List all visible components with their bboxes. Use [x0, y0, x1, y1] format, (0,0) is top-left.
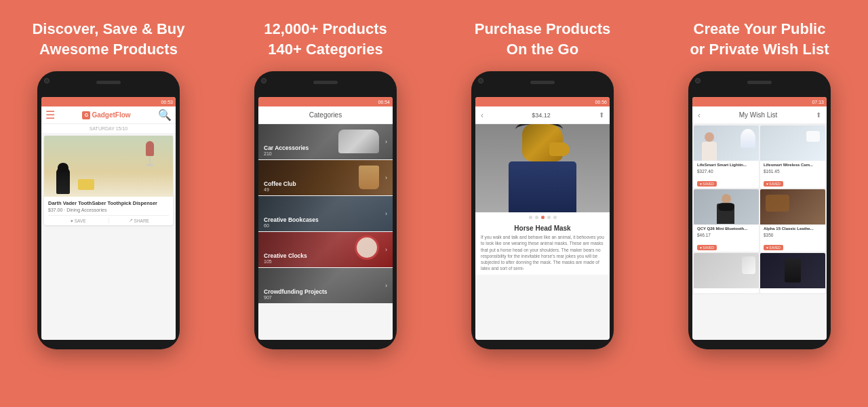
cat-car-arrow: ›	[385, 138, 387, 145]
share-icon[interactable]: ⬆	[599, 111, 604, 119]
phone2-status-bar: 06:54	[258, 97, 393, 106]
cat-bookcases-arrow: ›	[385, 210, 387, 217]
wish-price-1: $327.40	[697, 169, 755, 174]
dark-object-decoration	[785, 258, 801, 282]
saved-badge-4: ♥ SAVED	[764, 245, 783, 250]
wish-img-5	[694, 253, 759, 288]
back-icon-4[interactable]: ‹	[698, 111, 701, 120]
wish-price-4: $350	[764, 233, 822, 237]
wish-item-5[interactable]	[694, 253, 759, 293]
wishlist-title: My Wish List	[739, 111, 778, 119]
lighting-decoration	[741, 129, 755, 148]
heart-icon: ♥	[71, 218, 73, 223]
horse-mask-figure	[509, 124, 576, 212]
phone1-status-bar: 06:53	[41, 97, 176, 106]
phone-2: 06:54 Categories Car Accessories 210 › C…	[254, 71, 397, 349]
filter-icon[interactable]: ☰	[45, 109, 55, 121]
wishlist-grid: LifeSmart Smart Lightin... $327.40 ♥ SAV…	[692, 124, 827, 294]
phone3-status-bar: 06:56	[475, 97, 610, 106]
cat-clocks-count: 105	[264, 259, 307, 264]
share-icon: ↗	[129, 218, 133, 223]
wish-img-6	[760, 253, 825, 288]
phone2-screen: 06:54 Categories Car Accessories 210 › C…	[258, 97, 393, 340]
cat-car-count: 210	[264, 151, 309, 156]
wish-info-5	[694, 288, 759, 293]
horse-head	[522, 124, 563, 161]
wish-info-6	[760, 288, 825, 293]
wish-info-4: Alpha 15 Classic Leathe... $350	[760, 225, 825, 239]
dot-4	[547, 216, 551, 219]
cat-car-name: Car Accessories	[264, 144, 309, 151]
category-coffee-club[interactable]: Coffee Club 49 ›	[258, 160, 393, 195]
search-icon[interactable]: 🔍	[158, 109, 172, 121]
phone-1: 06:53 ☰ G GadgetFlow 🔍 SATURDAY 15/10	[37, 71, 180, 349]
column-purchase: Purchase Products On the Go 06:56 ‹ $34.…	[434, 0, 651, 407]
saved-badge-2: ♥ SAVED	[764, 181, 783, 187]
phone4-header: ‹ My Wish List ⬆	[692, 106, 827, 124]
category-crowdfunding[interactable]: Crowdfunding Projects 907 ›	[258, 268, 393, 303]
gadgetflow-logo-text: GadgetFlow	[92, 111, 130, 119]
wish-item-3[interactable]: QCY Q26 Mini Bluetooth... $46.17 ♥ SAVED	[694, 189, 759, 252]
column-wishlist: Create Your Public or Private Wish List …	[651, 0, 868, 407]
wish-name-2: Lifesmart Wireless Cam...	[764, 163, 822, 168]
dot-3-active	[541, 216, 545, 219]
category-car-accessories[interactable]: Car Accessories 210 ›	[258, 124, 393, 159]
column-discover: Discover, Save & Buy Awesome Products 06…	[0, 0, 217, 407]
wish-name-1: LifeSmart Smart Lightin...	[697, 163, 755, 168]
back-icon[interactable]: ‹	[481, 111, 484, 120]
jacket-body	[509, 161, 576, 212]
col4-heading-line1: Create Your Public	[690, 19, 829, 39]
darth-head	[58, 163, 68, 172]
cat-coffee-name: Coffee Club	[264, 180, 296, 187]
cat-crowd-count: 907	[264, 295, 328, 300]
col3-heading-line2: On the Go	[475, 39, 611, 60]
phone1-card-body: Darth Vader ToothSaber Toothpick Dispens…	[44, 197, 173, 225]
phone1-date: SATURDAY 15/10	[41, 124, 176, 133]
phone4-time: 07:13	[812, 100, 824, 104]
wish-item-4[interactable]: Alpha 15 Classic Leathe... $350 ♥ SAVED	[760, 189, 825, 252]
person-silhouette-1	[701, 132, 717, 161]
cat-crowd-name: Crowdfunding Projects	[264, 288, 328, 295]
share-button[interactable]: ↗ SHARE	[109, 218, 170, 223]
phone1-speaker	[96, 81, 121, 84]
gadget-decoration	[742, 256, 755, 274]
phone1-logo: G GadgetFlow	[82, 111, 130, 119]
cat-clocks-name: Creative Clocks	[264, 252, 307, 259]
wish-item-1[interactable]: LifeSmart Smart Lightin... $327.40 ♥ SAV…	[694, 125, 759, 188]
phone4-status-bar: 07:13	[692, 97, 827, 106]
wish-info-2: Lifesmart Wireless Cam... $161.45	[760, 161, 825, 176]
image-dots	[475, 212, 610, 221]
cat-clocks-text: Creative Clocks 105	[264, 252, 307, 264]
wish-item-6[interactable]	[760, 253, 825, 293]
wish-img-4	[760, 189, 825, 225]
wish-name-3: QCY Q26 Mini Bluetooth...	[697, 227, 755, 232]
cat-crowd-text: Crowdfunding Projects 907	[264, 288, 328, 300]
category-creative-bookcases[interactable]: Creative Bookcases 60 ›	[258, 196, 393, 231]
save-button[interactable]: ♥ SAVE	[48, 218, 109, 223]
phone4-screen: 07:13 ‹ My Wish List ⬆	[692, 97, 827, 340]
phone3-speaker	[530, 81, 555, 84]
col3-heading: Purchase Products On the Go	[468, 19, 618, 59]
wish-info-1: LifeSmart Smart Lightin... $327.40	[694, 161, 759, 176]
share-icon-4[interactable]: ⬆	[816, 111, 821, 119]
phone4-speaker	[747, 81, 772, 84]
cat-coffee-count: 49	[264, 187, 296, 192]
phone3-camera	[478, 78, 484, 83]
phone3-time: 06:56	[595, 100, 607, 104]
cheese-decoration	[78, 179, 94, 190]
col2-heading-line2: 140+ Categories	[264, 39, 387, 60]
gadgetflow-logo-icon: G	[82, 111, 90, 119]
phone2-header: Categories	[258, 106, 393, 124]
phone2-camera	[261, 78, 267, 83]
phone2-time: 06:54	[378, 100, 390, 104]
phone1-card-image	[44, 136, 173, 197]
dot-5	[553, 216, 557, 219]
category-creative-clocks[interactable]: Creative Clocks 105 ›	[258, 232, 393, 267]
cat-coffee-text: Coffee Club 49	[264, 180, 296, 192]
col2-heading-line1: 12,000+ Products	[264, 19, 387, 39]
dot-1	[529, 216, 532, 219]
phone1-product-card[interactable]: Darth Vader ToothSaber Toothpick Dispens…	[44, 136, 173, 225]
col1-heading: Discover, Save & Buy Awesome Products	[25, 19, 191, 59]
phone1-camera	[44, 78, 50, 83]
wish-item-2[interactable]: Lifesmart Wireless Cam... $161.45 ♥ SAVE…	[760, 125, 825, 188]
